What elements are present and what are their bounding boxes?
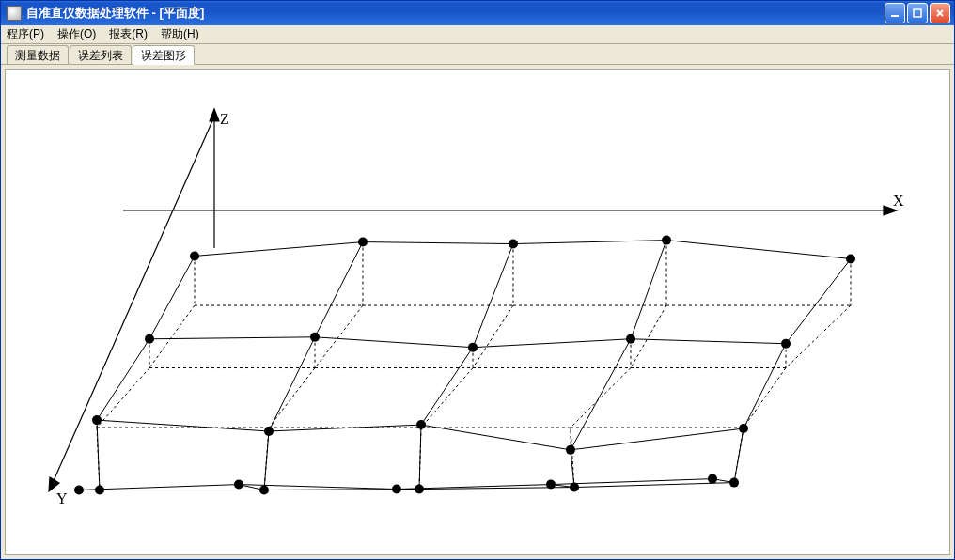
svg-point-113 [546,480,556,490]
svg-line-41 [574,483,734,488]
flatness-3d-chart: Z X Y [6,70,949,554]
svg-point-100 [92,415,102,425]
svg-line-12 [513,241,666,244]
svg-point-105 [95,486,104,495]
svg-line-16 [786,258,851,343]
svg-point-109 [729,478,739,488]
svg-line-56 [786,305,851,367]
svg-line-10 [363,242,513,244]
svg-point-98 [626,334,635,344]
svg-point-93 [662,236,671,245]
window-buttons [885,3,950,23]
svg-point-90 [190,251,199,260]
svg-line-13 [473,244,513,348]
svg-line-14 [666,241,851,259]
svg-point-104 [739,424,748,433]
app-window: 自准直仪数据处理软件 - [平面度] 程序(P) 操作(O) 报表(R) 帮助(… [0,0,955,560]
svg-point-114 [708,474,717,484]
menu-program[interactable]: 程序(P) [7,26,44,42]
svg-line-8 [195,242,363,257]
svg-marker-3 [210,109,219,121]
title-bar: 自准直仪数据处理软件 - [平面度] [1,1,954,25]
svg-line-11 [315,242,363,337]
svg-line-25 [744,344,786,428]
svg-line-15 [631,241,666,339]
svg-point-112 [392,485,401,494]
svg-point-92 [509,240,518,249]
menu-operate[interactable]: 操作(O) [57,26,96,42]
svg-line-23 [631,339,786,344]
svg-line-26 [97,420,269,431]
axis-z-label: Z [220,111,229,127]
svg-point-102 [416,420,426,429]
svg-point-97 [468,343,478,352]
svg-line-53 [473,305,513,367]
svg-line-18 [97,339,149,420]
svg-line-58 [97,368,149,428]
menu-help[interactable]: 帮助(H) [161,26,199,42]
svg-line-21 [473,339,631,348]
svg-point-110 [74,486,84,495]
app-icon [7,6,22,21]
svg-line-62 [421,368,473,428]
svg-line-55 [631,305,666,367]
svg-line-9 [149,256,195,338]
tab-strip: 测量数据 误差列表 误差图形 [1,44,954,65]
svg-point-103 [566,445,575,455]
svg-point-111 [234,480,243,490]
tab-error-graph[interactable]: 误差图形 [133,45,195,65]
close-button[interactable] [930,3,950,23]
menu-bar: 程序(P) 操作(O) 报表(R) 帮助(H) [1,25,954,44]
svg-line-51 [315,305,363,367]
maximize-button[interactable] [907,3,928,23]
svg-line-64 [571,368,631,428]
svg-line-60 [269,368,315,428]
svg-point-101 [264,427,274,436]
axis-y-label: Y [56,490,68,506]
svg-point-107 [415,485,424,494]
svg-line-33 [571,450,574,488]
svg-point-108 [570,483,579,492]
svg-point-106 [259,486,269,495]
svg-line-17 [149,337,315,339]
svg-line-49 [149,305,195,367]
svg-line-20 [269,337,315,431]
minimize-button[interactable] [885,3,905,23]
svg-point-95 [145,334,154,344]
svg-point-94 [846,254,855,263]
svg-line-65 [744,368,786,428]
svg-marker-7 [49,477,59,491]
tab-measure-data[interactable]: 测量数据 [7,45,69,64]
tab-error-list[interactable]: 误差列表 [70,45,132,64]
svg-line-24 [571,339,631,450]
menu-report[interactable]: 报表(R) [109,26,148,42]
axis-x-label: X [893,193,904,209]
svg-rect-1 [914,9,921,17]
svg-line-19 [315,337,473,348]
svg-point-96 [310,333,320,342]
chart-area: Z X Y [5,69,950,555]
svg-line-22 [421,348,473,425]
svg-rect-0 [891,15,899,17]
svg-line-32 [571,428,744,450]
window-title: 自准直仪数据处理软件 - [平面度] [26,5,885,22]
svg-line-30 [421,425,571,450]
svg-point-91 [358,238,368,247]
svg-point-99 [781,339,791,349]
